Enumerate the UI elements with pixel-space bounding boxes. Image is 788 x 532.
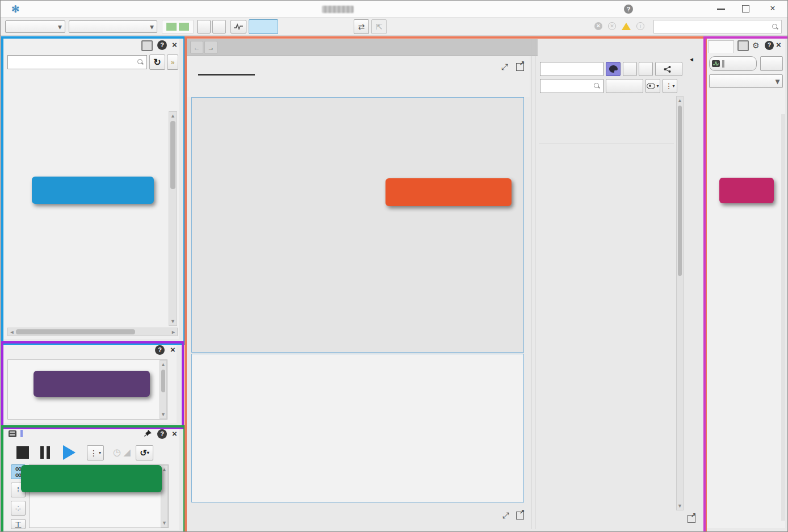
reset-button[interactable]: ↺▾ <box>136 445 153 460</box>
expand-options-button[interactable]: » <box>167 55 178 70</box>
meter-panel: ⚙ ? × ▾ <box>707 39 785 528</box>
vertical-splitter[interactable] <box>531 39 535 529</box>
master-mute-button[interactable] <box>197 20 211 33</box>
property-scrollbar[interactable]: ▲▼ <box>676 96 684 510</box>
meter-more-button[interactable] <box>760 56 783 71</box>
remote-platform-button[interactable]: ⇱ <box>371 19 387 34</box>
main-toolbar: ▾ ▾ ⇄ ⇱ ✕ ✕ i <box>1 18 788 36</box>
muted-error-icon: ✕ <box>608 22 616 30</box>
tree-horizontal-scrollbar[interactable]: ◄► <box>7 328 178 336</box>
solo-button[interactable] <box>639 62 653 76</box>
help-icon[interactable]: ? <box>157 429 167 439</box>
language-selector[interactable]: ▾ <box>69 20 157 33</box>
music-segment-editor: ⤢ <box>187 56 530 97</box>
popout-contents-icon[interactable] <box>516 512 524 520</box>
error-icon: ✕ <box>594 22 602 30</box>
property-editor-panel: ▾ ⋮▾ ▲▼ ◄ <box>538 39 700 529</box>
wwise-logo-icon: ✻ <box>10 3 21 15</box>
search-icon <box>137 59 144 65</box>
more-options-button[interactable]: ⋮▾ <box>663 79 677 93</box>
eye-icon <box>647 83 655 89</box>
close-panel-icon[interactable]: × <box>170 428 179 439</box>
global-search-input[interactable] <box>653 20 782 33</box>
close-panel-icon[interactable]: × <box>776 40 781 49</box>
close-panel-icon[interactable]: × <box>170 39 179 51</box>
play-button[interactable] <box>63 445 76 460</box>
audio-hierarchy-tree <box>9 111 167 326</box>
mute-button[interactable] <box>623 62 637 76</box>
remote-connect-button[interactable]: ⇄ <box>354 19 369 34</box>
modified-filter-button[interactable] <box>606 79 643 93</box>
gear-icon[interactable]: ⚙ <box>752 41 760 50</box>
annotation-badge-project-explorer <box>32 177 154 204</box>
redacted-version-text <box>322 6 354 13</box>
profiler-waveform-button[interactable] <box>230 20 246 33</box>
back-button[interactable]: ← <box>190 41 203 54</box>
palette-icon <box>609 65 618 73</box>
level-indicator <box>162 20 194 33</box>
annotation-badge-contextual-help <box>33 371 150 397</box>
object-color-chip <box>20 430 23 437</box>
capture-help-icon[interactable]: ? <box>624 5 633 14</box>
switches-toggle[interactable]: -⁚- <box>11 501 26 516</box>
search-icon <box>772 24 778 30</box>
segment-timeline <box>191 97 524 353</box>
meter-display <box>707 114 782 521</box>
collapse-arrow-icon[interactable]: ◄ <box>689 56 694 62</box>
contents-editor <box>191 354 524 502</box>
layout-number-badge <box>141 40 153 51</box>
expand-editor-icon[interactable]: ⤢ <box>501 62 508 72</box>
annotation-badge-transport-control <box>21 465 162 492</box>
explorer-search-input[interactable] <box>7 55 147 69</box>
share-icon <box>664 66 671 73</box>
master-solo-button[interactable] <box>212 20 226 33</box>
stop-button[interactable] <box>16 446 29 459</box>
property-search-input[interactable] <box>540 79 603 93</box>
bus-icon <box>712 60 720 67</box>
expand-contents-icon[interactable]: ⤢ <box>502 510 509 521</box>
help-icon[interactable]: ? <box>157 40 167 50</box>
status-counters: ✕ ✕ i <box>594 22 646 30</box>
platform-selector[interactable]: ▾ <box>5 20 65 33</box>
meter-scrollbar[interactable] <box>781 114 785 521</box>
info-icon: i <box>636 22 644 30</box>
warning-icon <box>622 23 631 30</box>
pin-icon[interactable] <box>144 429 153 439</box>
wwise-window: ✻ ? × ▾ ▾ ⇄ ⇱ ✕ ✕ i <box>0 0 788 532</box>
bus-color-chip <box>722 60 724 68</box>
rtpc-toggle[interactable]: 工 <box>11 519 26 529</box>
window-title-group <box>318 1 354 18</box>
popout-editor-icon[interactable] <box>516 63 524 71</box>
annotation-badge-meter <box>719 178 774 203</box>
object-name-field[interactable] <box>540 62 603 76</box>
close-window-button[interactable]: × <box>767 3 778 14</box>
visibility-button[interactable]: ▾ <box>646 79 660 93</box>
minimize-button[interactable] <box>717 9 725 10</box>
tree-vertical-scrollbar[interactable]: ▲▼ <box>169 111 177 326</box>
chevron-down-icon: ▾ <box>776 77 779 85</box>
delay-button-disabled: ◷ ◢ <box>113 447 131 458</box>
metered-bus-selector[interactable] <box>709 56 757 71</box>
segment-icon <box>9 430 16 437</box>
maximize-button[interactable] <box>742 5 749 12</box>
pause-button[interactable] <box>40 446 52 459</box>
chevron-down-icon: ▾ <box>58 23 62 31</box>
chevron-down-icon: ▾ <box>150 23 154 31</box>
color-palette-button[interactable] <box>606 62 621 76</box>
sharesets-button[interactable] <box>655 62 682 76</box>
popout-property-icon[interactable] <box>688 515 695 523</box>
auto-target-button[interactable] <box>737 40 749 51</box>
title-bar: ✻ ? × <box>1 1 788 18</box>
meter-mode-dropdown[interactable]: ▾ <box>709 74 783 88</box>
forward-button[interactable]: → <box>204 41 217 54</box>
refresh-button[interactable]: ↻ <box>149 55 165 70</box>
help-scrollbar[interactable]: ▲▼ <box>160 360 167 419</box>
live-button[interactable] <box>249 19 278 34</box>
help-icon[interactable]: ? <box>765 41 774 50</box>
close-panel-icon[interactable]: × <box>168 344 178 355</box>
waveform-icon <box>234 23 243 30</box>
search-icon <box>594 83 600 89</box>
help-icon[interactable]: ? <box>155 345 165 355</box>
annotation-badge-object-tab-group <box>385 178 512 206</box>
transport-options-button[interactable]: ⋮▾ <box>87 445 104 460</box>
